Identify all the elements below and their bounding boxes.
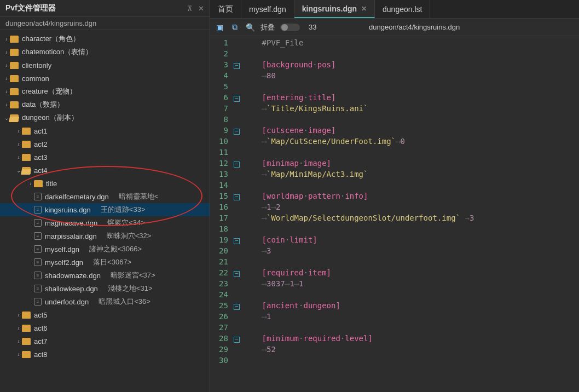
tree-folder[interactable]: ›act1 [0,124,210,137]
tree-folder[interactable]: ›data（数据） [0,98,210,111]
tree-folder[interactable]: ›title [0,177,210,190]
expand-arrow[interactable]: › [3,62,10,68]
tree-folder[interactable]: ›chatemoticon（表情） [0,45,210,59]
tree-folder[interactable]: ›act6 [0,321,210,335]
tab-label: myself.dgn [249,5,286,14]
expand-arrow[interactable]: › [3,89,10,95]
tree-folder[interactable]: ›act2 [0,137,210,151]
tree-folder[interactable]: ›act5 [0,308,210,321]
tree-label: magmacave.dgn [45,219,97,227]
tree-file[interactable]: ≡myself2.dgn落日<3067> [0,256,210,269]
tree-label: darkelfcemetary.dgn [45,193,109,201]
folder-icon [22,128,31,135]
expand-arrow[interactable]: › [3,76,10,82]
tree-folder[interactable]: ›act7 [0,335,210,348]
pin-icon[interactable]: ⊼ [187,4,193,13]
tab[interactable]: 首页 [210,0,241,18]
tree-desc: 熔巖穴<34> [107,218,145,228]
expand-arrow[interactable]: › [3,36,10,42]
copy-icon[interactable]: ⧉ [230,22,240,32]
tree-desc: 蜘蛛洞穴<32> [107,231,152,241]
tree-file[interactable]: ≡myself.dgn諸神之殿<3066> [0,243,210,256]
tree-file[interactable]: ≡kingsruins.dgn王的遺跡<33> [0,203,210,216]
expand-arrow[interactable]: › [15,325,22,331]
expand-arrow[interactable]: › [3,102,10,108]
file-icon: ≡ [34,245,42,253]
file-icon: ≡ [34,206,42,214]
fold-marker[interactable]: − [234,194,240,200]
tree-folder[interactable]: ›act3 [0,151,210,164]
folder-icon [10,36,19,43]
tree-desc: 暗影迷宮<37> [111,270,155,280]
tree-file[interactable]: ≡darkelfcemetary.dgn暗精靈墓地< [0,190,210,203]
fold-column[interactable]: − − − − − − − − − [234,36,244,392]
tab[interactable]: dungeon.lst [375,0,430,18]
file-tree[interactable]: ›character（角色）›chatemoticon（表情）›clienton… [0,30,210,392]
tree-label: chatemoticon（表情） [22,47,92,57]
file-tree-panel: Pvf文件管理器 ⊼ ✕ dungeon/act4/kingsruins.dgn… [0,0,210,392]
tree-folder[interactable]: ›act8 [0,348,210,361]
folder-icon [22,167,31,174]
folder-icon [22,325,31,332]
tree-label: act3 [34,153,48,162]
file-icon: ≡ [34,193,42,200]
tab-label: 首页 [218,4,233,14]
tree-file[interactable]: ≡marpissalair.dgn蜘蛛洞穴<32> [0,229,210,243]
fold-marker[interactable]: − [234,271,240,277]
tab[interactable]: myself.dgn [241,0,294,18]
tree-label: dungeon（副本） [22,113,78,123]
sidebar-title: Pvf文件管理器 [5,3,56,13]
tab[interactable]: kingsruins.dgn✕ [294,0,375,18]
search-icon[interactable]: 🔍 [245,22,255,32]
tab-bar[interactable]: 首页myself.dgnkingsruins.dgn✕dungeon.lst [210,0,579,19]
fold-label: 折叠 [260,22,275,32]
tree-label: shadowmaze.dgn [45,272,101,280]
tree-file[interactable]: ≡shadowmaze.dgn暗影迷宮<37> [0,269,210,282]
folder-icon [22,141,31,148]
expand-arrow[interactable]: › [15,154,22,160]
tree-desc: 淺棲之地<31> [108,284,153,293]
expand-arrow[interactable]: › [15,351,22,358]
tree-label: underfoot.dgn [45,298,89,306]
expand-arrow[interactable]: › [15,128,22,134]
fold-marker[interactable]: − [234,162,240,168]
fold-marker[interactable]: − [234,337,240,343]
folder-icon [10,88,19,95]
tree-label: act8 [34,350,48,359]
tree-folder[interactable]: ⌄dungeon（副本） [0,111,210,124]
tree-file[interactable]: ≡shallowkeep.dgn淺棲之地<31> [0,282,210,295]
expand-arrow[interactable]: › [15,338,22,344]
path-field[interactable] [366,21,519,33]
tree-file[interactable]: ≡underfoot.dgn暗黑城入口<36> [0,295,210,308]
tree-label: act5 [34,311,48,319]
id-field[interactable] [305,21,360,33]
fold-marker[interactable]: − [234,238,240,244]
tree-label: data（数据） [22,100,64,109]
file-icon: ≡ [34,285,42,292]
tree-folder[interactable]: ›creature（宠物） [0,85,210,98]
tree-label: act7 [34,337,48,345]
tree-folder[interactable]: ⌄act4 [0,164,210,177]
tree-folder[interactable]: ›common [0,72,210,85]
fold-marker[interactable]: − [234,129,240,135]
tree-file[interactable]: ≡magmacave.dgn熔巖穴<34> [0,216,210,229]
close-icon[interactable]: ✕ [198,4,204,13]
expand-arrow[interactable]: › [15,312,22,318]
tree-folder[interactable]: ›clientonly [0,59,210,72]
expand-arrow[interactable]: › [15,141,22,147]
code-area[interactable]: 1234567891011121314151617181920212223242… [210,36,579,392]
tab-close-icon[interactable]: ✕ [361,5,367,13]
tree-folder[interactable]: ›character（角色） [0,32,210,45]
tab-label: dungeon.lst [383,5,422,14]
fold-marker[interactable]: − [234,96,240,102]
window-icon[interactable]: ▣ [215,22,224,32]
fold-marker[interactable]: − [234,63,240,69]
path-bar[interactable]: dungeon/act4/kingsruins.dgn [0,17,210,30]
editor-area: 首页myself.dgnkingsruins.dgn✕dungeon.lst ▣… [210,0,579,392]
expand-arrow[interactable]: › [27,181,34,187]
tree-label: common [22,74,49,83]
fold-toggle[interactable] [280,24,300,31]
expand-arrow[interactable]: › [3,49,10,55]
code-content[interactable]: #PVF_File [background·pos] ⟶80 [entering… [244,36,474,392]
fold-marker[interactable]: − [234,304,240,310]
